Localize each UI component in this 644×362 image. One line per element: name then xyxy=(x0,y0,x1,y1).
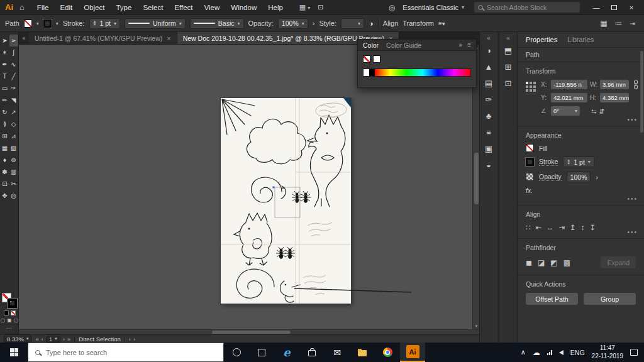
collapse-panel-icon[interactable]: » xyxy=(459,41,463,48)
language-indicator[interactable]: ENG xyxy=(570,349,585,356)
menu-window[interactable]: Window xyxy=(226,0,262,15)
horizontal-scrollbar[interactable] xyxy=(19,329,479,334)
align-right-icon[interactable]: ⇥ xyxy=(558,223,565,232)
swatches-panel-icon[interactable]: ▤ xyxy=(482,75,496,91)
x-input[interactable]: -119.556 n xyxy=(551,80,587,89)
opacity-value-dropdown[interactable]: 100% xyxy=(567,172,591,182)
draw-inside-icon[interactable]: ▢ xyxy=(14,317,19,323)
column-graph-tool[interactable]: ▥ xyxy=(9,166,18,178)
layers-panel-icon[interactable]: ≡ xyxy=(482,124,496,140)
pen-tool[interactable]: ✒ xyxy=(1,58,9,70)
menu-object[interactable]: Object xyxy=(79,0,109,15)
vertical-scroll-thumb[interactable] xyxy=(474,153,479,204)
eraser-tool[interactable]: ◥ xyxy=(9,94,18,106)
blend-tool[interactable]: ⊚ xyxy=(9,154,18,166)
opacity-panel-chevron-icon[interactable]: › xyxy=(313,19,315,27)
brushes-panel-icon[interactable]: ✑ xyxy=(482,91,496,107)
zoom-tool[interactable]: ◎ xyxy=(9,190,18,202)
height-input[interactable]: 4.382 mm xyxy=(600,93,629,102)
exclude-icon[interactable]: ▩ xyxy=(564,258,570,267)
opacity-link[interactable]: Opacity xyxy=(539,173,562,181)
mail-button[interactable]: ✉ xyxy=(325,343,350,362)
tab-properties[interactable]: Properties xyxy=(526,36,557,43)
next-artboard-icon[interactable]: › xyxy=(63,336,65,343)
taskbar-search[interactable] xyxy=(28,343,224,362)
fill-color-swatch[interactable] xyxy=(24,19,32,28)
adobe-stock-search[interactable] xyxy=(474,2,580,13)
scale-tool[interactable]: ↗ xyxy=(9,106,18,118)
perspective-grid-tool[interactable]: ⊿ xyxy=(9,130,18,142)
stroke-swatch[interactable] xyxy=(526,158,534,166)
stroke-swatch[interactable] xyxy=(8,299,17,308)
align-left-icon[interactable]: ⇤ xyxy=(535,223,541,232)
more-options-icon[interactable]: ••• xyxy=(627,195,638,202)
start-button[interactable] xyxy=(0,343,28,362)
last-artboard-icon[interactable]: » xyxy=(67,336,70,343)
tab-color[interactable]: Color xyxy=(363,41,379,49)
artboards-panel-icon[interactable]: ▣ xyxy=(482,140,496,156)
line-segment-tool[interactable]: ╱ xyxy=(9,70,18,82)
home-icon[interactable]: ⌂ xyxy=(19,3,25,12)
stroke-weight-stepper[interactable]: ▲▼1 pt▾ xyxy=(563,156,594,167)
align-top-icon[interactable]: ↥ xyxy=(570,223,576,232)
previous-artboard-icon[interactable]: ‹ xyxy=(42,336,43,343)
clock[interactable]: 11:47 22-11-2019 xyxy=(592,344,623,360)
horizontal-scroll-thumb[interactable] xyxy=(212,331,290,334)
none-swatch[interactable] xyxy=(363,55,370,63)
magic-wand-tool[interactable]: ✶ xyxy=(1,47,9,58)
illustrator-taskbar-button[interactable]: Ai xyxy=(400,343,425,362)
menu-view[interactable]: View xyxy=(199,0,225,15)
status-next-icon[interactable]: › xyxy=(133,336,135,343)
align-options-icon[interactable]: ∷ xyxy=(526,223,530,232)
edit-toolbar-icon[interactable]: ⋯ xyxy=(0,325,19,331)
stroke-weight-dropdown[interactable]: ▲▼1 pt▾ xyxy=(89,18,120,29)
artboard[interactable] xyxy=(221,98,351,304)
transform-panel-label[interactable]: Transform xyxy=(402,19,434,27)
reference-point-locator[interactable] xyxy=(526,82,536,119)
type-tool[interactable]: T xyxy=(1,70,9,82)
color-panel-icon[interactable]: ◑ xyxy=(482,42,496,58)
more-options-icon[interactable]: ••• xyxy=(627,116,638,123)
close-tab-icon[interactable]: × xyxy=(167,35,170,42)
draw-normal-icon[interactable]: ▢ xyxy=(1,317,6,323)
stock-search-input[interactable] xyxy=(487,4,576,11)
rectangle-tool[interactable]: ▭ xyxy=(1,82,9,94)
fx-button[interactable]: fx. xyxy=(526,187,533,194)
app-logo[interactable]: Ai xyxy=(5,3,13,12)
file-explorer-button[interactable] xyxy=(350,343,375,362)
tab-libraries[interactable]: Libraries xyxy=(567,36,594,43)
chrome-button[interactable] xyxy=(375,343,400,362)
arrange-documents-icon[interactable]: ▦ ▾ xyxy=(299,3,310,11)
close-button[interactable]: × xyxy=(623,0,640,15)
align-bottom-icon[interactable]: ↧ xyxy=(590,223,596,232)
dock-grid-icon[interactable]: ▦ xyxy=(600,19,607,28)
unite-icon[interactable]: ◼ xyxy=(526,258,532,267)
transform-flyout-icon[interactable]: ≡▾ xyxy=(438,20,445,27)
image-trace-panel-icon[interactable]: ⊞ xyxy=(501,58,515,75)
artboard-tool[interactable]: ⊡ xyxy=(1,178,9,190)
menu-effect[interactable]: Effect xyxy=(169,0,197,15)
expand-button[interactable]: Expand xyxy=(601,256,636,268)
maximize-button[interactable] xyxy=(605,0,623,15)
eyedropper-tool[interactable]: ♦ xyxy=(1,154,9,166)
document-layout-icon[interactable]: ⊡ xyxy=(318,3,323,11)
recolor-artwork-icon[interactable]: ◑ xyxy=(369,19,374,28)
curvature-tool[interactable]: ∿ xyxy=(9,58,18,70)
offset-path-button[interactable]: Offset Path xyxy=(526,293,578,305)
menu-type[interactable]: Type xyxy=(111,0,136,15)
mesh-tool[interactable]: ▦ xyxy=(1,142,9,154)
align-panel-label[interactable]: Align xyxy=(383,19,398,27)
paintbrush-tool[interactable]: ✑ xyxy=(9,82,18,94)
align-center-horizontal-icon[interactable]: ↔ xyxy=(547,224,554,231)
collapse-panels-icon[interactable]: ⇥ xyxy=(630,20,635,27)
volume-icon[interactable] xyxy=(559,350,564,355)
action-center-icon[interactable] xyxy=(630,349,638,356)
width-input[interactable]: 3.96 mm xyxy=(600,80,629,89)
black-ramp[interactable] xyxy=(369,69,375,76)
network-icon[interactable] xyxy=(547,350,552,355)
rotation-dropdown[interactable]: 0°▾ xyxy=(551,106,580,116)
style-dropdown[interactable]: ▾ xyxy=(341,18,364,29)
cortana-button[interactable] xyxy=(224,343,249,362)
align-center-vertical-icon[interactable]: ↕ xyxy=(581,224,585,231)
menu-help[interactable]: Help xyxy=(263,0,288,15)
